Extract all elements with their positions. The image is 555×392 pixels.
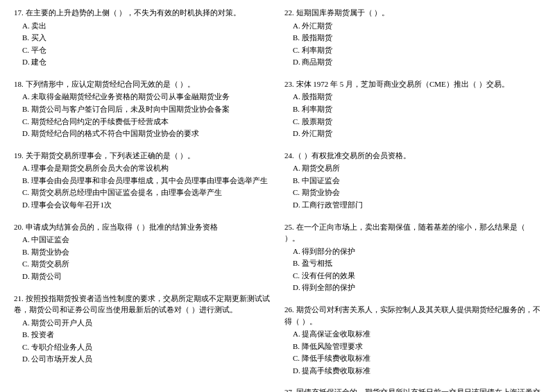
question-q19: 19. 关于期货交易所理事会，下列表述正确的是（ ）。A. 理事会是期货交易所会… [14, 150, 271, 212]
options-q17: A. 卖出B. 买入C. 平仓D. 建仓 [14, 20, 271, 69]
option-q24-2: C. 期货业协会 [293, 187, 541, 199]
options-q20: A. 中国证监会B. 期货业协会C. 期货交易所D. 期货公司 [14, 234, 271, 282]
question-title-q18: 18. 下列情形中，应认定期货经纪合同无效的是（ ）。 [14, 78, 271, 90]
options-q18: A. 未取得金融期货经纪业务资格的期货公司从事金融期货业务B. 期货公司与客户签… [14, 91, 271, 139]
options-q24: A. 期货交易所B. 中国证监会C. 期货业协会D. 工商行政管理部门 [284, 162, 541, 211]
question-q18: 18. 下列情形中，应认定期货经纪合同无效的是（ ）。A. 未取得金融期货经纪业… [14, 78, 271, 140]
option-q25-1: B. 盈亏相抵 [293, 257, 541, 270]
question-title-q21: 21. 按照投指期货投资者适当性制度的要求，交易所定期或不定期更新测试试卷，期货… [14, 293, 271, 316]
right-column: 22. 短期国库券期货属于（ ）。A. 外汇期货B. 股指期货C. 利率期货D.… [284, 7, 541, 392]
question-title-q23: 23. 宋体 1972 年 5 月，芝加哥商业交易所（CME）推出（ ）交易。 [284, 78, 541, 90]
option-q18-2: C. 期货经纪合同约定的手续费低于经营成本 [22, 116, 271, 128]
option-q17-0: A. 卖出 [22, 20, 271, 33]
question-q26: 26. 期货公司对利害关系人，实际控制人及其关联人提供期货经纪服务的，不得（ ）… [284, 304, 541, 377]
option-q18-1: B. 期货公司与客户签订合同后，未及时向中国期货业协会备案 [22, 103, 271, 116]
option-q19-3: D. 理事会会议每年召开1次 [22, 199, 271, 212]
option-q23-1: B. 利率期货 [293, 103, 541, 116]
option-q17-3: D. 建仓 [22, 56, 271, 69]
question-q25: 25. 在一个正向市场上，卖出套期保值，随着基差的缩小，那么结果是（ ）。A. … [284, 221, 541, 294]
option-q22-0: A. 外汇期货 [293, 20, 541, 33]
options-q23: A. 股指期货B. 利率期货C. 股票期货D. 外汇期货 [284, 91, 541, 139]
option-q24-0: A. 期货交易所 [293, 162, 541, 175]
option-q18-3: D. 期货经纪合同的格式不符合中国期货业协会的要求 [22, 128, 271, 140]
question-q21: 21. 按照投指期货投资者适当性制度的要求，交易所定期或不定期更新测试试卷，期货… [14, 293, 271, 366]
question-title-q22: 22. 短期国库券期货属于（ ）。 [284, 7, 541, 19]
option-q18-0: A. 未取得金融期货经纪业务资格的期货公司从事金融期货业务 [22, 91, 271, 103]
option-q21-2: C. 专职介绍业务人员 [22, 341, 271, 354]
options-q19: A. 理事会是期货交易所会员大会的常设机构B. 理事会由会员理事和非会员理事组成… [14, 162, 271, 211]
question-title-q20: 20. 申请成为结算会员的，应当取得（ ）批准的结算业务资格 [14, 221, 271, 233]
option-q25-0: A. 得到部分的保护 [293, 246, 541, 258]
question-title-q24: 24.（ ）有权批准交易所的会员资格。 [284, 150, 541, 162]
option-q19-0: A. 理事会是期货交易所会员大会的常设机构 [22, 162, 271, 175]
question-title-q27: 27. 国债充抵保证金的，期货交易所以充抵日前一交易日该国债在上海证券交易所、深… [284, 386, 541, 392]
options-q22: A. 外汇期货B. 股指期货C. 利率期货D. 商品期货 [284, 20, 541, 69]
question-title-q25: 25. 在一个正向市场上，卖出套期保值，随着基差的缩小，那么结果是（ ）。 [284, 221, 541, 244]
option-q25-2: C. 没有任何的效果 [293, 270, 541, 282]
option-q17-1: B. 买入 [22, 32, 271, 44]
option-q19-1: B. 理事会由会员理事和非会员理事组成，其中会员理事由理事会选举产生 [22, 175, 271, 187]
question-q23: 23. 宋体 1972 年 5 月，芝加哥商业交易所（CME）推出（ ）交易。A… [284, 78, 541, 140]
option-q26-3: D. 提高手续费收取标准 [293, 365, 541, 377]
options-q25: A. 得到部分的保护B. 盈亏相抵C. 没有任何的效果D. 得到全部的保护 [284, 246, 541, 294]
question-q24: 24.（ ）有权批准交易所的会员资格。A. 期货交易所B. 中国证监会C. 期货… [284, 150, 541, 212]
option-q25-3: D. 得到全部的保护 [293, 282, 541, 294]
option-q24-3: D. 工商行政管理部门 [293, 199, 541, 212]
option-q22-3: D. 商品期货 [293, 56, 541, 69]
option-q26-1: B. 降低风险管理要求 [293, 341, 541, 353]
option-q17-2: C. 平仓 [22, 44, 271, 57]
option-q20-2: C. 期货交易所 [22, 258, 271, 271]
option-q22-1: B. 股指期货 [293, 32, 541, 44]
option-q23-3: D. 外汇期货 [293, 128, 541, 140]
question-q20: 20. 申请成为结算会员的，应当取得（ ）批准的结算业务资格A. 中国证监会B.… [14, 221, 271, 283]
option-q26-0: A. 提高保证金收取标准 [293, 328, 541, 341]
option-q20-0: A. 中国证监会 [22, 234, 271, 246]
option-q21-0: A. 期货公司开户人员 [22, 317, 271, 330]
question-title-q17: 17. 在主要的上升趋势的上侧（ ），不失为有效的时机执择的对策。 [14, 7, 271, 19]
question-title-q26: 26. 期货公司对利害关系人，实际控制人及其关联人提供期货经纪服务的，不得（ ）… [284, 304, 541, 327]
question-q27: 27. 国债充抵保证金的，期货交易所以充抵日前一交易日该国债在上海证券交易所、深… [284, 386, 541, 392]
option-q21-3: D. 公司市场开发人员 [22, 353, 271, 366]
question-q22: 22. 短期国库券期货属于（ ）。A. 外汇期货B. 股指期货C. 利率期货D.… [284, 7, 541, 69]
question-title-q19: 19. 关于期货交易所理事会，下列表述正确的是（ ）。 [14, 150, 271, 162]
option-q22-2: C. 利率期货 [293, 44, 541, 57]
option-q20-1: B. 期货业协会 [22, 246, 271, 259]
option-q20-3: D. 期货公司 [22, 271, 271, 283]
options-q21: A. 期货公司开户人员B. 投资者C. 专职介绍业务人员D. 公司市场开发人员 [14, 317, 271, 366]
main-columns: 17. 在主要的上升趋势的上侧（ ），不失为有效的时机执择的对策。A. 卖出B.… [14, 7, 541, 392]
option-q24-1: B. 中国证监会 [293, 175, 541, 187]
left-column: 17. 在主要的上升趋势的上侧（ ），不失为有效的时机执择的对策。A. 卖出B.… [14, 7, 271, 392]
option-q23-0: A. 股指期货 [293, 91, 541, 103]
options-q26: A. 提高保证金收取标准B. 降低风险管理要求C. 降低手续费收取标准D. 提高… [284, 328, 541, 377]
question-q17: 17. 在主要的上升趋势的上侧（ ），不失为有效的时机执择的对策。A. 卖出B.… [14, 7, 271, 69]
option-q23-2: C. 股票期货 [293, 116, 541, 128]
option-q26-2: C. 降低手续费收取标准 [293, 352, 541, 365]
option-q19-2: C. 期货交易所总经理由中国证监会提名，由理事会选举产生 [22, 187, 271, 199]
page-container: 17. 在主要的上升趋势的上侧（ ），不失为有效的时机执择的对策。A. 卖出B.… [14, 7, 541, 392]
option-q21-1: B. 投资者 [22, 329, 271, 341]
